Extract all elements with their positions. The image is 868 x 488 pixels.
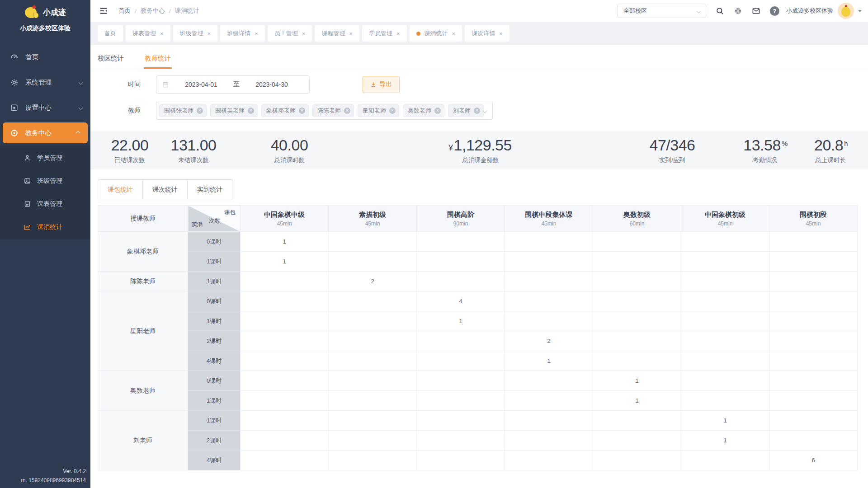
- tab-class-detail[interactable]: 班级详情×: [220, 25, 265, 42]
- account-caret-icon[interactable]: [858, 10, 862, 12]
- breadcrumb-academic[interactable]: 教务中心: [141, 7, 165, 15]
- mail-icon[interactable]: [752, 7, 760, 15]
- table-row: 2课时 2: [98, 331, 858, 351]
- stat-unfinished-lessons: 131.00未结课次数: [170, 136, 217, 164]
- table-row: 陈陈老师 1课时 2: [98, 272, 858, 291]
- tab-students[interactable]: 学员管理×: [362, 25, 407, 42]
- tab-label: 员工管理: [274, 29, 298, 38]
- value-cell: [681, 371, 769, 391]
- avatar[interactable]: [838, 3, 854, 19]
- sidebar-item-classes[interactable]: 班级管理: [0, 169, 90, 192]
- sidebar-item-label: 课消统计: [37, 223, 62, 231]
- topbar-right: 全部校区 ? 小成迹多校区体验: [618, 3, 862, 19]
- dashboard-icon: [10, 53, 19, 61]
- tab-lesson-stats[interactable]: 课消统计×: [410, 25, 462, 42]
- value-cell: [681, 311, 769, 331]
- sidebar-item-lesson-stats[interactable]: 课消统计: [0, 216, 90, 239]
- sidebar-item-label: 教务中心: [25, 129, 52, 137]
- diagonal-header: 课包 次数 实消: [188, 206, 241, 232]
- tab-staff[interactable]: 员工管理×: [268, 25, 312, 42]
- value-cell: [329, 351, 417, 371]
- close-icon[interactable]: ×: [160, 31, 164, 37]
- org-name: 小成迹多校区体验: [0, 24, 90, 33]
- summary-stats: 22.00已结课次数 131.00未结课次数 40.00总消课时数 ¥1,129…: [90, 131, 868, 169]
- tab-campus-stats[interactable]: 校区统计: [97, 53, 125, 69]
- remove-chip-icon[interactable]: ×: [299, 108, 305, 114]
- table-row: 2课时 1: [98, 431, 858, 450]
- sidebar-item-timetable[interactable]: 课表管理: [0, 192, 90, 216]
- sidebar-item-home[interactable]: 首页: [0, 44, 90, 70]
- tab-lesson-detail[interactable]: 课次详情×: [465, 25, 509, 42]
- close-icon[interactable]: ×: [349, 31, 353, 37]
- close-icon[interactable]: ×: [302, 31, 306, 37]
- help-icon[interactable]: ?: [770, 6, 779, 16]
- tab-package-stats[interactable]: 课包统计: [98, 179, 143, 199]
- course-header: 围棋高阶90min: [417, 206, 505, 232]
- value-cell: [769, 311, 858, 331]
- tab-teacher-stats[interactable]: 教师统计: [144, 53, 172, 69]
- value-cell: [241, 391, 329, 411]
- account-name[interactable]: 小成迹多校区体验: [786, 7, 833, 15]
- value-cell: [505, 232, 593, 252]
- close-icon[interactable]: ×: [452, 31, 456, 37]
- campus-select[interactable]: 全部校区: [618, 4, 706, 18]
- value-cell: [593, 431, 681, 450]
- course-header: 中国象棋中级45min: [241, 206, 329, 232]
- package-stats-table: 授课教师 课包 次数 实消 中国象棋中级45min 素描初级45min 围棋高阶…: [98, 205, 858, 470]
- remove-chip-icon[interactable]: ×: [248, 108, 254, 114]
- course-header: 中国象棋初级45min: [681, 206, 769, 232]
- version-number: Ver. 0.4.2: [21, 467, 86, 476]
- breadcrumb-home[interactable]: 首页: [118, 7, 131, 15]
- teacher-multiselect[interactable]: 围棋张老师× 围棋吴老师× 象棋邓老师× 陈陈老师× 星阳老师× 奥数老师× 刘…: [156, 102, 493, 120]
- value-cell: [329, 411, 417, 431]
- tab-lesson-count-stats[interactable]: 课次统计: [142, 179, 188, 199]
- hours-cell: 1课时: [188, 411, 241, 431]
- close-icon[interactable]: ×: [208, 31, 211, 37]
- value-cell: [417, 331, 505, 351]
- stat-total-class-time: 20.8h总上课时长: [813, 136, 848, 164]
- remove-chip-icon[interactable]: ×: [474, 108, 480, 114]
- chip-label: 陈陈老师: [317, 107, 341, 115]
- value-cell: [505, 252, 593, 272]
- search-icon[interactable]: [716, 7, 724, 15]
- close-icon[interactable]: ×: [255, 31, 258, 37]
- diag-consumed-label: 实消: [191, 221, 203, 229]
- value-cell: [241, 311, 329, 331]
- compress-icon[interactable]: [734, 7, 742, 15]
- remove-chip-icon[interactable]: ×: [344, 108, 350, 114]
- tab-attendance-stats[interactable]: 实到统计: [187, 179, 232, 199]
- sidebar-item-system[interactable]: 系统管理: [0, 70, 90, 95]
- stat-total-amount: ¥1,129.55总消课金额数: [448, 136, 513, 164]
- collapse-sidebar-icon[interactable]: [99, 6, 108, 16]
- date-range-input[interactable]: 2023-04-01 至 2023-04-30: [156, 75, 310, 94]
- remove-chip-icon[interactable]: ×: [434, 108, 441, 114]
- close-icon[interactable]: ×: [499, 31, 503, 37]
- stat-attendance-ratio: 47/346实到/应到: [649, 136, 696, 164]
- sidebar-item-settings[interactable]: 设置中心: [0, 95, 90, 120]
- remove-chip-icon[interactable]: ×: [389, 108, 396, 114]
- device-id: m. 1592409896993984514: [21, 476, 86, 485]
- tab-timetable[interactable]: 课表管理×: [126, 25, 170, 42]
- value-cell: [505, 391, 593, 411]
- value-cell: [593, 411, 681, 431]
- sidebar-item-students[interactable]: 学员管理: [0, 146, 90, 169]
- sidebar-item-academic[interactable]: 教务中心: [3, 122, 88, 143]
- chevron-down-icon: [79, 105, 83, 110]
- value-cell: [681, 252, 769, 272]
- tab-home[interactable]: 首页: [98, 25, 123, 42]
- value-cell: [329, 431, 417, 450]
- chip-label: 星阳老师: [363, 107, 386, 115]
- remove-chip-icon[interactable]: ×: [197, 108, 203, 114]
- chick-logo-icon: [24, 5, 39, 19]
- teacher-label: 教师: [128, 107, 143, 115]
- tab-courses[interactable]: 课程管理×: [315, 25, 359, 42]
- sidebar-item-label: 首页: [25, 53, 38, 61]
- calendar-icon: [162, 81, 169, 88]
- export-button[interactable]: 导出: [363, 76, 400, 93]
- close-icon[interactable]: ×: [396, 31, 400, 37]
- value-cell: [505, 291, 593, 311]
- value-cell: [769, 331, 858, 351]
- tab-class-mgmt[interactable]: 班级管理×: [173, 25, 218, 42]
- value-cell: [505, 371, 593, 391]
- value-cell: [681, 232, 769, 252]
